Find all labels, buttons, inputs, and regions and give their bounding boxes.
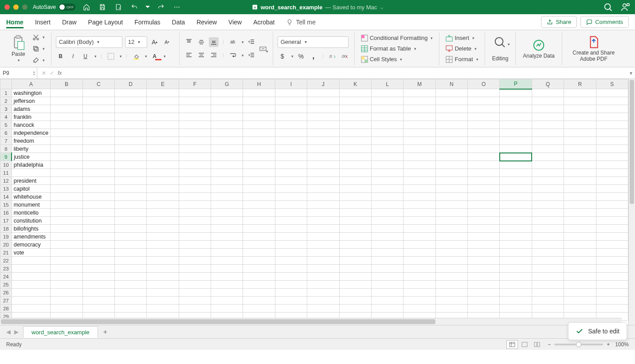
cell-G23[interactable] [211,265,243,273]
cell-D14[interactable] [114,193,146,201]
cell-C13[interactable] [82,185,114,193]
insert-cells-button[interactable]: Insert▾ [444,34,480,43]
cell-G27[interactable] [211,297,243,305]
cell-C16[interactable] [82,209,114,217]
tab-view[interactable]: View [228,16,242,28]
cell-A16[interactable]: monticello [12,209,51,217]
cell-A27[interactable] [12,297,51,305]
col-header-B[interactable]: B [51,79,82,89]
cell-D3[interactable] [114,105,146,113]
cell-N21[interactable] [435,249,467,257]
cell-G11[interactable] [211,169,243,177]
delete-cells-button[interactable]: Delete▾ [444,44,480,53]
cell-O4[interactable] [468,113,500,121]
next-sheet-icon[interactable]: ▶ [14,329,19,335]
tab-data[interactable]: Data [172,16,185,28]
row-header-25[interactable]: 25 [0,281,12,289]
cell-R7[interactable] [564,137,596,145]
cell-D12[interactable] [114,177,146,185]
cut-button[interactable]: ▾ [31,33,47,42]
cell-R11[interactable] [564,169,596,177]
cell-S24[interactable] [596,273,628,281]
wrap-text-icon[interactable] [228,51,238,60]
tell-me[interactable]: Tell me [286,19,315,26]
cell-F6[interactable] [179,129,211,137]
conditional-formatting-button[interactable]: Conditional Formatting▾ [359,34,435,43]
cell-H16[interactable] [243,209,275,217]
cell-F19[interactable] [179,233,211,241]
cell-F17[interactable] [179,217,211,225]
cell-P1[interactable] [500,89,532,97]
cell-D2[interactable] [114,97,146,105]
cell-R10[interactable] [564,161,596,169]
cell-H25[interactable] [243,281,275,289]
cell-J21[interactable] [307,249,339,257]
cell-L18[interactable] [371,225,403,233]
cell-E15[interactable] [147,201,179,209]
cell-S16[interactable] [596,209,628,217]
cell-L25[interactable] [371,281,403,289]
cell-P28[interactable] [500,305,532,313]
cell-C26[interactable] [82,289,114,297]
cell-Q18[interactable] [532,225,564,233]
cell-S28[interactable] [596,305,628,313]
cell-H18[interactable] [243,225,275,233]
cell-E1[interactable] [147,89,179,97]
cell-K23[interactable] [339,265,371,273]
cell-Q1[interactable] [532,89,564,97]
zoom-in-icon[interactable]: + [607,341,610,348]
cell-D11[interactable] [114,169,146,177]
cell-K4[interactable] [339,113,371,121]
cell-O15[interactable] [468,201,500,209]
cell-M25[interactable] [404,281,435,289]
cell-R24[interactable] [564,273,596,281]
cell-C5[interactable] [82,121,114,129]
cell-D6[interactable] [114,129,146,137]
cell-K10[interactable] [339,161,371,169]
cell-K6[interactable] [339,129,371,137]
cell-J11[interactable] [307,169,339,177]
cell-A24[interactable] [12,273,51,281]
cell-B17[interactable] [51,217,82,225]
tab-draw[interactable]: Draw [62,16,77,28]
col-header-S[interactable]: S [596,79,628,89]
cell-H14[interactable] [243,193,275,201]
cell-A9[interactable]: justice [12,153,51,161]
cancel-formula-icon[interactable]: ✕ [42,70,46,76]
cell-P24[interactable] [500,273,532,281]
cell-J5[interactable] [307,121,339,129]
cell-L6[interactable] [371,129,403,137]
adobe-pdf-button[interactable]: Create and Share Adobe PDF [567,35,621,62]
cell-N18[interactable] [435,225,467,233]
cell-S17[interactable] [596,217,628,225]
col-header-I[interactable]: I [275,79,307,89]
cell-Q24[interactable] [532,273,564,281]
cell-C2[interactable] [82,97,114,105]
cell-J27[interactable] [307,297,339,305]
cell-L8[interactable] [371,145,403,153]
row-header-17[interactable]: 17 [0,217,12,225]
cell-D17[interactable] [114,217,146,225]
cell-Q27[interactable] [532,297,564,305]
cell-S26[interactable] [596,289,628,297]
row-header-12[interactable]: 12 [0,177,12,185]
search-icon[interactable] [603,2,613,12]
cell-N28[interactable] [435,305,467,313]
cell-M23[interactable] [404,265,435,273]
row-header-6[interactable]: 6 [0,129,12,137]
cell-R26[interactable] [564,289,596,297]
percent-icon[interactable]: % [296,51,306,61]
cell-S1[interactable] [596,89,628,97]
cell-I7[interactable] [275,137,307,145]
cell-R5[interactable] [564,121,596,129]
cell-O1[interactable] [468,89,500,97]
cell-P16[interactable] [500,209,532,217]
paste-button[interactable]: Paste ▾ [9,35,28,63]
cell-S6[interactable] [596,129,628,137]
cell-M28[interactable] [404,305,435,313]
cell-R14[interactable] [564,193,596,201]
comma-icon[interactable]: , [309,51,318,61]
cell-K2[interactable] [339,97,371,105]
normal-view-icon[interactable] [506,340,518,349]
tab-formulas[interactable]: Formulas [134,16,160,28]
